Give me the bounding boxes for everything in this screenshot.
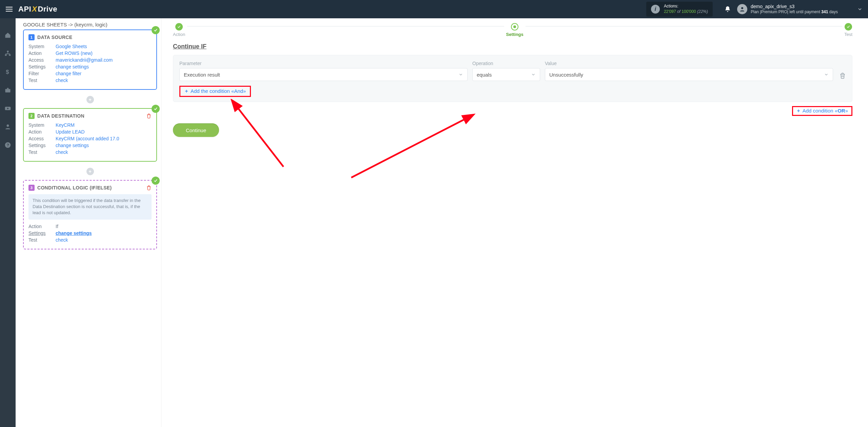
svg-line-11 — [351, 118, 467, 178]
card-data-source[interactable]: 1 DATA SOURCE SystemGoogle Sheets Action… — [23, 29, 157, 90]
logo-text-post: Drive — [38, 5, 57, 14]
add-and-label: Add the condition «And» — [191, 88, 246, 94]
step-action[interactable]: Action — [173, 23, 185, 37]
value-action[interactable]: Get ROWS (new) — [56, 50, 93, 56]
briefcase-icon[interactable] — [4, 87, 11, 94]
add-and-condition-button[interactable]: Add the condition «And» — [179, 86, 251, 97]
continue-button[interactable]: Continue — [173, 123, 219, 137]
operation-select[interactable]: equals — [472, 68, 540, 81]
label-test: Test — [28, 78, 56, 83]
value-access[interactable]: maverickandrii@gmail.com — [56, 57, 113, 63]
value-system[interactable]: KeyCRM — [56, 122, 75, 128]
card-desc: This condition will be triggered if the … — [28, 194, 152, 220]
user-icon[interactable] — [4, 123, 11, 130]
value-filter[interactable]: change filter — [56, 71, 81, 76]
condition-row: Parameter Execution result Operation equ… — [179, 61, 846, 81]
add-step-button[interactable]: + — [86, 96, 94, 103]
bell-icon[interactable] — [724, 6, 731, 13]
logo-x: X — [32, 5, 37, 14]
parameter-select[interactable]: Execution result — [179, 68, 468, 81]
label-test: Test — [28, 149, 56, 155]
value-access[interactable]: KeyCRM (account added 17.0 — [56, 136, 119, 141]
svg-rect-3 — [9, 55, 11, 56]
logo[interactable]: API X Drive — [18, 5, 57, 14]
user-name: demo_apix_drive_s3 — [751, 3, 838, 9]
field-operation: Operation equals — [472, 61, 540, 81]
label-test: Test — [28, 237, 56, 243]
add-or-condition-button[interactable]: Add condition «OR» — [792, 106, 852, 116]
field-parameter: Parameter Execution result — [179, 61, 468, 81]
check-icon — [152, 105, 160, 113]
label-access: Access — [28, 136, 56, 141]
chevron-down-icon — [531, 72, 536, 77]
label-action: Action — [28, 129, 56, 135]
field-value: Value Unsuccessfully — [545, 61, 833, 81]
user-text: demo_apix_drive_s3 Plan |Premium PRO| le… — [751, 3, 838, 15]
logo-text-pre: API — [18, 5, 31, 14]
badge-1: 1 — [28, 34, 35, 40]
sitemap-icon[interactable] — [4, 50, 11, 57]
user-block[interactable]: demo_apix_drive_s3 Plan |Premium PRO| le… — [737, 3, 852, 15]
card-conditional-logic[interactable]: 3 CONDITIONAL LOGIC (IF/ELSE) This condi… — [23, 180, 157, 249]
check-icon — [152, 26, 160, 34]
delete-condition-button[interactable] — [839, 72, 846, 79]
section-title: Continue IF — [173, 43, 852, 50]
svg-text:$: $ — [6, 69, 9, 75]
label-filter: Filter — [28, 71, 56, 76]
value-settings[interactable]: change settings — [56, 143, 89, 148]
check-icon — [845, 23, 852, 30]
svg-text:?: ? — [7, 143, 9, 147]
actions-label: Actions: — [664, 4, 708, 9]
svg-point-7 — [7, 124, 9, 127]
svg-rect-5 — [5, 89, 11, 93]
value-test[interactable]: check — [56, 237, 68, 243]
value-system[interactable]: Google Sheets — [56, 44, 87, 49]
trash-icon[interactable] — [146, 113, 152, 119]
label-parameter: Parameter — [179, 61, 468, 66]
dollar-icon[interactable]: $ — [4, 68, 11, 75]
actions-count: 22'097 — [664, 9, 676, 14]
home-icon[interactable] — [4, 32, 11, 39]
card-data-destination[interactable]: 2 DATA DESTINATION SystemKeyCRM ActionUp… — [23, 108, 157, 162]
actions-box[interactable]: i Actions: 22'097 of 100'000 (22%) — [646, 2, 713, 16]
condition-box: Parameter Execution result Operation equ… — [173, 55, 852, 102]
icon-rail: $ ? — [0, 18, 16, 427]
chevron-down-icon[interactable] — [857, 6, 863, 12]
label-settings: Settings — [28, 143, 56, 148]
user-plan: Plan |Premium PRO| left until payment 34… — [751, 9, 838, 15]
side-panel: GOOGLE SHEETS -> (keycrm, logic) 1 DATA … — [16, 18, 161, 427]
label-settings: Settings — [28, 230, 56, 236]
add-or-label: Add condition «OR» — [803, 108, 848, 114]
label-action: Action — [28, 224, 56, 229]
value-select[interactable]: Unsuccessfully — [545, 68, 833, 81]
svg-rect-2 — [5, 55, 7, 56]
step-label: Test — [844, 32, 852, 37]
label-action: Action — [28, 50, 56, 56]
help-icon[interactable]: ? — [4, 142, 11, 148]
chevron-down-icon — [824, 72, 829, 77]
content: GOOGLE SHEETS -> (keycrm, logic) 1 DATA … — [16, 18, 868, 427]
value-settings[interactable]: change settings — [56, 230, 92, 236]
add-step-button[interactable]: + — [86, 168, 94, 175]
value-settings[interactable]: change settings — [56, 64, 89, 69]
value-test[interactable]: check — [56, 149, 68, 155]
annotation-arrow-right — [344, 113, 487, 181]
svg-point-0 — [741, 7, 743, 9]
parameter-value: Execution result — [184, 72, 220, 78]
video-icon[interactable] — [4, 105, 11, 112]
info-icon: i — [651, 5, 660, 14]
active-dot-icon — [511, 23, 518, 30]
actions-text: Actions: 22'097 of 100'000 (22%) — [664, 4, 708, 14]
topbar: API X Drive i Actions: 22'097 of 100'000… — [0, 0, 868, 18]
step-label: Settings — [506, 32, 524, 37]
hamburger-menu[interactable] — [0, 0, 18, 18]
trash-icon[interactable] — [146, 185, 152, 190]
actions-of: of — [677, 9, 680, 14]
step-settings[interactable]: Settings — [506, 23, 524, 37]
value-test[interactable]: check — [56, 78, 68, 83]
label-settings: Settings — [28, 64, 56, 69]
step-test[interactable]: Test — [844, 23, 852, 37]
card-title: DATA SOURCE — [37, 35, 72, 40]
value-action[interactable]: Update LEAD — [56, 129, 85, 135]
operation-value: equals — [477, 72, 492, 78]
